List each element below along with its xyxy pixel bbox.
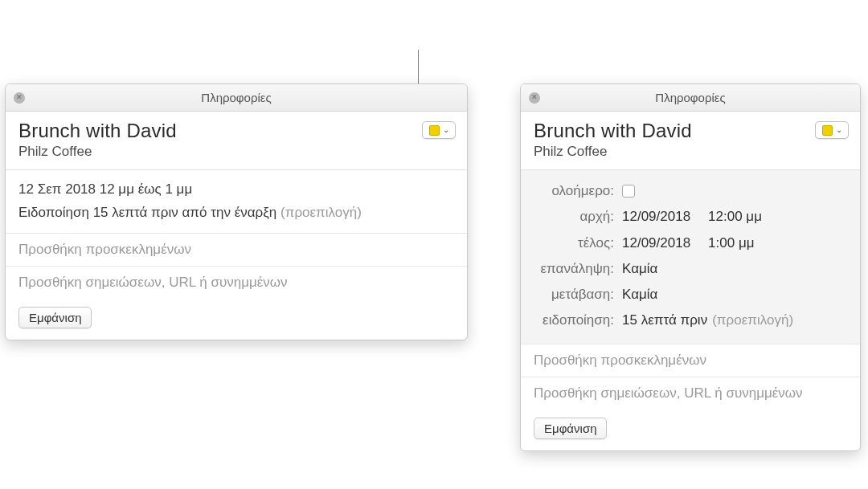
event-info-panel-collapsed: Πληροφορίες Brunch with David Philz Coff…: [5, 84, 468, 340]
end-time[interactable]: 1:00 μμ: [708, 230, 754, 256]
row-alert: ειδοποίηση: 15 λεπτά πριν (προεπιλογή): [534, 308, 847, 333]
row-repeat: επανάληψη: Καμία: [534, 256, 847, 282]
event-location[interactable]: Philz Coffee: [18, 144, 454, 160]
label-travel: μετάβαση:: [534, 282, 622, 308]
alert-text: Ειδοποίηση 15 λεπτά πριν από την έναρξη: [18, 205, 276, 220]
travel-value[interactable]: Καμία: [622, 282, 657, 308]
repeat-value[interactable]: Καμία: [622, 256, 657, 282]
label-end: τέλος:: [534, 230, 622, 256]
event-title[interactable]: Brunch with David: [18, 120, 454, 142]
event-location[interactable]: Philz Coffee: [534, 144, 847, 160]
end-date[interactable]: 12/09/2018: [622, 230, 690, 256]
time-line: 12 Σεπ 2018 12 μμ έως 1 μμ: [18, 178, 454, 202]
row-allday: ολοήμερο:: [534, 178, 847, 204]
event-header: Brunch with David Philz Coffee ⌄: [6, 112, 467, 170]
alert-value[interactable]: 15 λεπτά πριν: [622, 308, 707, 333]
alert-line: Ειδοποίηση 15 λεπτά πριν από την έναρξη …: [18, 202, 454, 225]
start-date[interactable]: 12/09/2018: [622, 204, 690, 230]
chevron-down-icon: ⌄: [836, 126, 842, 134]
close-icon[interactable]: [529, 92, 540, 104]
button-row: Εμφάνιση: [6, 299, 467, 340]
calendar-picker[interactable]: ⌄: [422, 121, 456, 139]
add-invitees[interactable]: Προσθήκη προσκεκλημένων: [6, 234, 467, 267]
row-end: τέλος: 12/09/2018 1:00 μμ: [534, 230, 847, 256]
label-repeat: επανάληψη:: [534, 256, 622, 282]
add-invitees[interactable]: Προσθήκη προσκεκλημένων: [521, 344, 860, 377]
show-button[interactable]: Εμφάνιση: [18, 307, 92, 328]
event-details: ολοήμερο: αρχή: 12/09/2018 12:00 μμ τέλο…: [521, 170, 860, 344]
alert-default: (προεπιλογή): [712, 308, 793, 333]
window-title: Πληροφορίες: [201, 91, 271, 104]
label-alert: ειδοποίηση:: [534, 308, 622, 333]
start-time[interactable]: 12:00 μμ: [708, 204, 762, 230]
calendar-color-swatch: [822, 125, 833, 136]
add-notes[interactable]: Προσθήκη σημειώσεων, URL ή συνημμένων: [521, 377, 860, 410]
event-title[interactable]: Brunch with David: [534, 120, 847, 142]
show-button[interactable]: Εμφάνιση: [534, 418, 607, 439]
window-title: Πληροφορίες: [655, 91, 725, 104]
titlebar: Πληροφορίες: [521, 84, 860, 112]
allday-checkbox[interactable]: [622, 185, 635, 198]
row-travel: μετάβαση: Καμία: [534, 282, 847, 308]
row-start: αρχή: 12/09/2018 12:00 μμ: [534, 204, 847, 230]
calendar-picker[interactable]: ⌄: [815, 121, 849, 139]
event-header: Brunch with David Philz Coffee ⌄: [521, 112, 860, 170]
event-info-panel-expanded: Πληροφορίες Brunch with David Philz Coff…: [520, 84, 861, 451]
label-allday: ολοήμερο:: [534, 178, 622, 204]
chevron-down-icon: ⌄: [443, 126, 449, 134]
time-summary[interactable]: 12 Σεπ 2018 12 μμ έως 1 μμ Ειδοποίηση 15…: [6, 170, 467, 234]
close-icon[interactable]: [14, 92, 25, 104]
add-notes[interactable]: Προσθήκη σημειώσεων, URL ή συνημμένων: [6, 267, 467, 299]
button-row: Εμφάνιση: [521, 410, 860, 450]
alert-default: (προεπιλογή): [280, 205, 362, 220]
label-start: αρχή:: [534, 204, 622, 230]
calendar-color-swatch: [429, 125, 440, 136]
titlebar: Πληροφορίες: [6, 84, 467, 112]
